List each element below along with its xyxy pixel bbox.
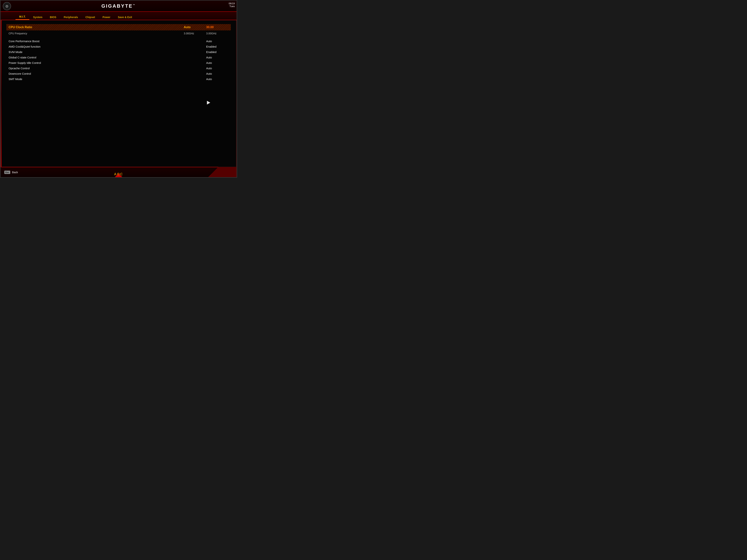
nav-item-chipset[interactable]: Chipset [82, 15, 99, 20]
cpu-clock-ratio-value2: 30.00 [206, 26, 229, 29]
aoc-brand: AOC [114, 172, 123, 176]
setting-name: Opcache Control [8, 66, 206, 70]
gear-icon: ⚙ [3, 2, 11, 10]
setting-name: Global C-state Control [8, 56, 206, 59]
nav-item-power[interactable]: Power [99, 15, 114, 20]
cpu-frequency-value1: 3.00GHz [184, 32, 206, 35]
setting-row[interactable]: Power Supply Idle ControlAuto [6, 60, 231, 65]
esc-key-label: Esc [4, 170, 10, 174]
setting-value: Enabled [206, 45, 229, 48]
setting-row[interactable]: Core Performance BoostAuto [6, 38, 231, 44]
cpu-clock-ratio-value1: Auto [184, 26, 206, 29]
setting-row[interactable]: SMT ModeAuto [6, 77, 231, 82]
setting-name: AMD Cool&Quiet function [8, 45, 206, 48]
monitor-bezel: ⚙ GIGABYTE™ 06/19 Tues M.I.T. System BIO… [0, 0, 237, 178]
back-button[interactable]: Esc Back [4, 170, 18, 174]
setting-value: Auto [206, 72, 229, 75]
brand-logo: GIGABYTE™ [101, 3, 136, 9]
setting-name: Power Supply Idle Control [8, 61, 206, 64]
setting-row[interactable]: SVM ModeEnabled [6, 50, 231, 54]
cpu-frequency-row: CPU Frequency 3.00GHz 3.00GHz [6, 31, 231, 36]
setting-value: Auto [206, 56, 229, 59]
main-content: CPU Clock Ratio Auto 30.00 CPU Frequency… [1, 20, 237, 167]
cpu-clock-ratio-row[interactable]: CPU Clock Ratio Auto 30.00 [6, 24, 231, 30]
cpu-frequency-label: CPU Frequency [8, 32, 184, 35]
setting-value: Auto [206, 39, 229, 43]
setting-name: SVM Mode [8, 50, 206, 54]
header: ⚙ GIGABYTE™ 06/19 Tues [1, 1, 237, 12]
setting-row[interactable]: Downcore ControlAuto [6, 71, 231, 76]
setting-value: Auto [206, 61, 229, 64]
setting-name: SMT Mode [8, 77, 206, 81]
nav-item-bios[interactable]: BIOS [46, 15, 60, 20]
setting-value: Enabled [206, 50, 229, 54]
bottom-right-deco [199, 167, 237, 177]
setting-name: Downcore Control [8, 72, 206, 75]
cpu-clock-ratio-label: CPU Clock Ratio [8, 26, 184, 29]
setting-row[interactable]: Opcache ControlAuto [6, 66, 231, 71]
setting-row[interactable]: Global C-state ControlAuto [6, 55, 231, 60]
settings-list: Core Performance BoostAutoAMD Cool&Quiet… [6, 38, 231, 82]
back-label: Back [12, 171, 18, 174]
setting-row[interactable]: AMD Cool&Quiet functionEnabled [6, 44, 231, 49]
nav-item-peripherals[interactable]: Peripherals [60, 15, 82, 20]
setting-name: Core Performance Boost [8, 39, 206, 43]
nav-item-system[interactable]: System [29, 15, 46, 20]
navbar: M.I.T. System BIOS Peripherals Chipset P… [1, 12, 237, 20]
screen: ⚙ GIGABYTE™ 06/19 Tues M.I.T. System BIO… [0, 0, 237, 178]
nav-item-save-exit[interactable]: Save & Exit [114, 15, 136, 20]
cpu-frequency-value2: 3.00GHz [206, 32, 229, 35]
setting-value: Auto [206, 77, 229, 81]
mouse-cursor [207, 101, 210, 105]
setting-value: Auto [206, 66, 229, 70]
datetime-display: 06/19 Tues [229, 2, 235, 8]
nav-item-mit[interactable]: M.I.T. [16, 14, 29, 20]
